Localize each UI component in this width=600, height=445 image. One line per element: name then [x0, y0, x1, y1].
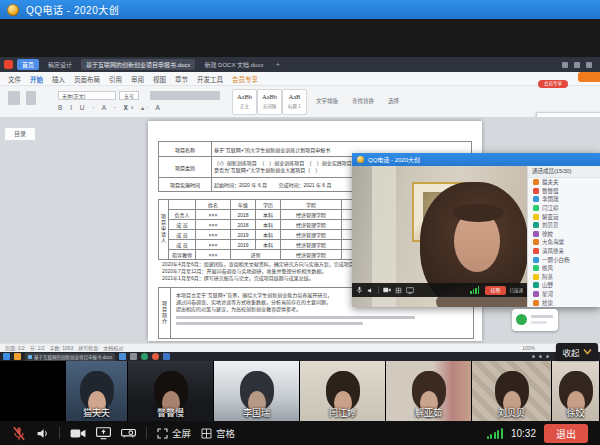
call-window-titlebar[interactable]: QQ电话 - 2020大创 — [0, 0, 600, 19]
menu-layout[interactable]: 页面布局 — [74, 74, 100, 84]
menu-reference[interactable]: 引用 — [109, 74, 122, 84]
microphone-muted-icon[interactable] — [12, 426, 26, 441]
participant-silhouette — [154, 371, 188, 411]
font-name-select[interactable]: 宋体(正文) — [58, 91, 116, 100]
start-button-icon[interactable] — [3, 353, 10, 360]
participant-silhouette — [326, 371, 360, 411]
member-row[interactable]: 刘贝贝 — [528, 221, 600, 230]
member-avatar — [533, 257, 539, 263]
camera-icon[interactable] — [70, 428, 86, 439]
video-thumbnail[interactable]: 刘贝贝 — [472, 361, 552, 421]
floating-call-window[interactable]: QQ电话 - 2020大创 挂断 已接通 — [352, 153, 600, 307]
taskbar-app-icon[interactable] — [119, 353, 126, 360]
wps-tabbar: 首页 稿定设计 基于互联网的创新创业项目申报书.docx 新建 DOCX 文档.… — [0, 57, 600, 72]
new-tab-icon[interactable]: + — [272, 60, 283, 69]
member-avatar — [533, 196, 539, 202]
find-replace-button[interactable]: 查找替换 — [352, 97, 374, 105]
video-thumbnail[interactable]: 闫江婷 — [300, 361, 386, 421]
member-row[interactable]: 徐姣 — [528, 230, 600, 239]
promo-popup[interactable] — [512, 309, 558, 331]
style-chip-normal[interactable]: AaBb正文 — [232, 89, 257, 115]
menu-view[interactable]: 视图 — [153, 74, 166, 84]
outline-nav-tab[interactable]: 目录 — [4, 127, 36, 141]
wps-tab-home[interactable]: 首页 — [17, 59, 39, 70]
call-window-mini-titlebar[interactable]: QQ电话 - 2020大创 — [352, 153, 600, 166]
collapse-button[interactable]: 收起 — [556, 343, 598, 360]
speaker-icon[interactable] — [367, 287, 374, 294]
member-row[interactable]: 星河 — [528, 290, 600, 299]
taskbar-app-icon[interactable] — [130, 353, 137, 360]
call-status-label: 已接通 — [510, 287, 524, 293]
menu-vip[interactable]: 会员专享 — [232, 74, 258, 84]
applicant-group-label: 项目申请人 — [159, 200, 169, 260]
taskbar-app-icon[interactable] — [141, 353, 148, 360]
mini-call-controls: 挂断 已接通 — [352, 283, 527, 297]
member-avatar — [533, 239, 539, 245]
wps-tab-design[interactable]: 稿定设计 — [43, 59, 77, 70]
participant-silhouette — [495, 371, 529, 411]
wps-tab-newdoc[interactable]: 新建 DOCX 文档.docx — [199, 59, 268, 70]
video-thumbnail[interactable]: 瞥瞥慢 — [128, 361, 214, 421]
style-chip-nospace[interactable]: AaBb无间隔 — [257, 89, 282, 115]
participant-silhouette — [240, 371, 274, 411]
exit-call-button[interactable]: 退出 — [544, 424, 588, 443]
member-row[interactable]: 解亚茹 — [528, 212, 600, 221]
video-thumbnail[interactable]: 解亚茹 — [386, 361, 472, 421]
wps-tab-document[interactable]: 基于互联网的创新创业项目申报书.docx — [81, 59, 195, 70]
menu-section[interactable]: 章节 — [175, 74, 188, 84]
file-explorer-icon[interactable] — [14, 353, 21, 360]
camera-icon[interactable] — [383, 287, 391, 293]
participant-silhouette — [412, 371, 446, 411]
screen-share-icon[interactable] — [406, 287, 414, 294]
signal-bars-icon — [470, 286, 479, 294]
microphone-icon[interactable] — [356, 286, 363, 294]
hangup-button[interactable]: 挂断 — [485, 286, 505, 295]
call-control-bar: 全屏 宫格 10:32 退出 — [0, 421, 600, 445]
member-list-panel: 通话成员(15/30) 猫夫夫 瞥瞥慢 李国瑞 闫江婷 解亚茹 刘贝贝 徐姣 大… — [527, 166, 600, 307]
video-thumbnail[interactable]: 李国瑞 — [214, 361, 300, 421]
style-chip-heading1[interactable]: AaB标题 1 — [282, 89, 307, 115]
call-window-body: 挂断 已接通 通话成员(15/30) 猫夫夫 瞥瞥慢 李国瑞 闫江婷 解亚茹 刘… — [352, 166, 600, 307]
taskbar-app-icon[interactable] — [163, 353, 170, 360]
member-row[interactable]: 阿茶 — [528, 273, 600, 282]
member-row[interactable]: 山野 — [528, 281, 600, 290]
video-thumbnail[interactable]: 猫夫夫 — [66, 361, 128, 421]
member-row[interactable]: 李国瑞 — [528, 195, 600, 204]
menu-devtools[interactable]: 开发工具 — [197, 74, 223, 84]
fullscreen-button[interactable]: 全屏 — [157, 426, 191, 440]
video-thumbnail[interactable]: 徐姣 — [552, 361, 600, 421]
member-row[interactable]: 拾柒 — [528, 298, 600, 307]
screen-share-icon[interactable] — [96, 427, 111, 440]
font-size-select[interactable]: 五号 — [119, 91, 139, 100]
menu-file[interactable]: 文件 — [8, 74, 21, 84]
speaker-icon[interactable] — [36, 427, 49, 440]
menu-review[interactable]: 审阅 — [131, 74, 144, 84]
grid-view-icon[interactable] — [395, 287, 402, 294]
taskbar-app-icon[interactable] — [152, 353, 159, 360]
select-button[interactable]: 选择 — [388, 97, 399, 105]
member-row[interactable]: 大鱼海棠 — [528, 238, 600, 247]
member-row[interactable]: 瞥瞥慢 — [528, 187, 600, 196]
projector-icon[interactable] — [121, 427, 136, 439]
grid-view-button[interactable]: 宫格 — [201, 426, 235, 440]
window-title: QQ电话 - 2020大创 — [26, 2, 119, 17]
paragraph-buttons[interactable] — [150, 91, 220, 100]
qq-logo-icon — [357, 156, 364, 163]
paste-button[interactable] — [8, 91, 20, 105]
menu-home[interactable]: 开始 — [30, 74, 43, 84]
format-painter-button[interactable] — [26, 91, 36, 105]
text-typeset-button[interactable]: 文字排版 — [316, 97, 338, 105]
main-webcam-video[interactable]: 挂断 已接通 — [352, 166, 527, 307]
member-avatar — [533, 282, 539, 288]
vip-badge[interactable]: 会员专享 — [538, 80, 568, 88]
wps-window-buttons[interactable] — [562, 62, 596, 68]
font-format-buttons[interactable]: B I U · A · 𝐗² ﻌ · A — [58, 104, 228, 113]
taskbar-active-app[interactable]: 基于互联网的创新创业项目申报书.docx — [25, 353, 115, 361]
member-row[interactable]: 晚风 — [528, 264, 600, 273]
member-row[interactable]: 一颗小白杨 — [528, 255, 600, 264]
menu-insert[interactable]: 插入 — [52, 74, 65, 84]
member-row[interactable]: 猫夫夫 — [528, 178, 600, 187]
member-row[interactable]: 闫江婷 — [528, 204, 600, 213]
qq-docked-panel-tab[interactable] — [578, 72, 600, 82]
member-row[interactable]: 清风徐来 — [528, 247, 600, 256]
